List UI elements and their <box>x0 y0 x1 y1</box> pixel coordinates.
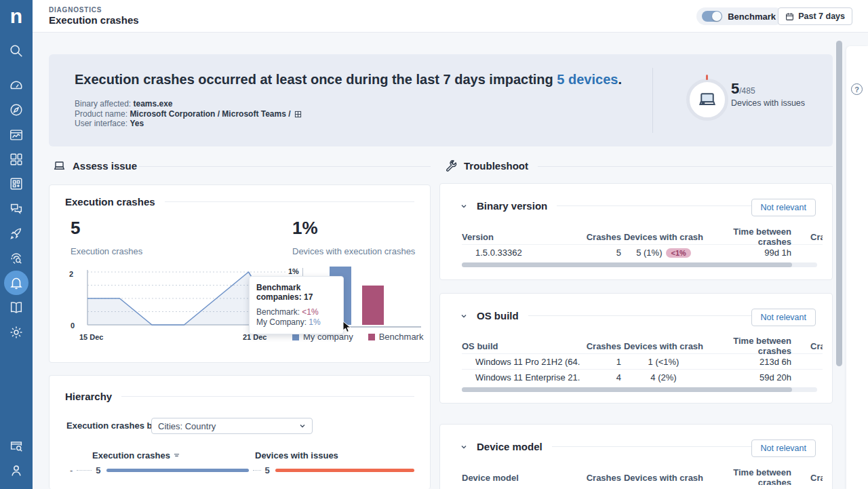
title-rule <box>165 201 414 202</box>
os-build-card: OS build Not relevant OS build Crashes D… <box>439 293 833 404</box>
breadcrumb: DIAGNOSTICS <box>49 6 102 14</box>
col-os-build[interactable]: OS build <box>462 341 580 351</box>
assess-laptop-icon <box>53 159 66 172</box>
col-devices[interactable]: Devices with crash <box>621 473 706 483</box>
gear-icon[interactable] <box>9 325 24 340</box>
devices-kpi-caption: Devices with issues <box>731 98 805 108</box>
help-icon[interactable]: ? <box>851 83 863 95</box>
assess-divider <box>139 166 431 167</box>
window-chart-icon[interactable] <box>9 128 24 142</box>
col-crashes[interactable]: Crashes <box>580 473 621 483</box>
row-devices: 1 (<1%) <box>621 357 706 367</box>
hierarchy-filter-label: Execution crashes by <box>66 420 157 431</box>
devices-donut <box>686 79 728 121</box>
row-crashes: 1 <box>580 357 621 367</box>
pct-badge: <1% <box>666 248 690 258</box>
collapse-chevron-icon[interactable] <box>460 313 467 319</box>
assess-issue-header: Assess issue <box>53 159 137 172</box>
row-name: 1.5.0.33362 <box>462 248 580 258</box>
execution-crashes-dashboard: DIAGNOSTICS Execution crashes Benchmark … <box>0 0 868 489</box>
donut-alert-tick <box>706 75 708 80</box>
leader-dots <box>253 470 261 471</box>
layout-grid-icon[interactable] <box>9 152 24 167</box>
tooltip-benchmark-row: Benchmark: <1% <box>256 307 336 317</box>
horizontal-scrollbar[interactable] <box>462 262 817 267</box>
col-crash-truncated[interactable]: Cras <box>801 473 823 483</box>
not-relevant-button[interactable]: Not relevant <box>751 199 816 216</box>
col-devices[interactable]: Devices with crash <box>621 341 706 351</box>
search-icon[interactable] <box>9 43 24 58</box>
not-relevant-button[interactable]: Not relevant <box>751 309 816 326</box>
title-rule <box>121 396 414 397</box>
troubleshoot-header: Troubleshoot <box>444 159 528 172</box>
compass-icon[interactable] <box>9 102 24 117</box>
devices-pct-kpi-caption: Devices with execution crashes <box>292 246 415 256</box>
chevron-down-icon <box>299 423 306 429</box>
col-time[interactable]: Time between crashes <box>706 467 801 485</box>
rocket-icon[interactable] <box>9 226 24 241</box>
fingerprint-search-icon[interactable] <box>9 251 24 266</box>
banner-divider <box>652 68 653 133</box>
date-range-label: Past 7 days <box>798 12 845 21</box>
col-time[interactable]: Time between crashes <box>706 336 801 356</box>
hierarchy-dropdown-value: Cities: Country <box>158 421 216 431</box>
date-range-button[interactable]: Past 7 days <box>778 7 852 25</box>
table-header-row: Version Crashes Devices with crash Time … <box>462 227 823 244</box>
legend-benchmark: Benchmark <box>368 332 424 342</box>
legend-swatch-maroon <box>368 334 375 340</box>
device-model-card: Device model Not relevant Device model C… <box>439 424 833 489</box>
hierarchy-col-crashes[interactable]: Execution crashes <box>92 450 180 461</box>
nexthink-logo[interactable]: n <box>0 0 33 33</box>
app-grid-icon[interactable] <box>9 176 24 191</box>
col-device-model[interactable]: Device model <box>462 473 580 483</box>
hierarchy-col-devices[interactable]: Devices with issues <box>255 450 338 461</box>
chart-tooltip: Benchmark companies: 17 Benchmark: <1% M… <box>249 276 344 334</box>
title-rule <box>557 206 757 206</box>
line-ytick-bottom: 0 <box>71 321 75 330</box>
window-search-icon[interactable] <box>9 439 24 454</box>
book-icon[interactable] <box>9 300 24 315</box>
col-crashes[interactable]: Crashes <box>580 341 621 351</box>
col-crash-truncated[interactable]: Crash <box>801 232 823 242</box>
devices-link[interactable]: 5 devices <box>557 72 618 87</box>
benchmark-toggle[interactable]: Benchmark <box>696 7 784 25</box>
crashes-kpi-caption: Execution crashes <box>71 246 142 256</box>
leader-dots <box>77 470 92 471</box>
chat-icon[interactable] <box>9 201 24 216</box>
col-version[interactable]: Version <box>462 232 580 242</box>
col-time[interactable]: Time between crashes <box>706 227 801 247</box>
sort-icon[interactable] <box>174 452 180 458</box>
gauge-icon[interactable] <box>9 78 24 93</box>
not-relevant-button[interactable]: Not relevant <box>751 439 816 457</box>
binary-version-table: Version Crashes Devices with crash Time … <box>462 227 823 260</box>
banner-meta: Binary affected: teams.exe Product name:… <box>75 99 302 129</box>
col-crashes[interactable]: Crashes <box>580 232 621 242</box>
col-devices[interactable]: Devices with crash <box>621 232 706 242</box>
bell-icon[interactable] <box>9 275 24 290</box>
legend-swatch-blue <box>292 334 299 340</box>
collapse-chevron-icon[interactable] <box>460 203 467 210</box>
table-body: Windows 11 Pro 21H2 (64...11 (<1%)213d 6… <box>462 353 823 385</box>
person-icon[interactable] <box>9 463 24 478</box>
banner-title-period: . <box>618 72 622 87</box>
table-grid-icon[interactable] <box>294 111 302 118</box>
banner-title: Execution crashes occurred at least once… <box>75 72 622 87</box>
row-name: Windows 11 Enterprise 21... <box>462 372 580 383</box>
row-devices: 5 (1%)<1% <box>621 248 706 258</box>
collapse-chevron-icon[interactable] <box>460 444 467 450</box>
hierarchy-row[interactable]: - 5 5 <box>70 465 417 475</box>
os-build-title: OS build <box>477 310 519 321</box>
table-row[interactable]: Windows 11 Enterprise 21...44 (2%)59d 20… <box>462 369 823 385</box>
troubleshoot-title: Troubleshoot <box>464 160 528 172</box>
col-crash-truncated[interactable]: Crash <box>801 341 823 351</box>
os-build-table: OS build Crashes Devices with crash Time… <box>462 336 823 385</box>
bar-benchmark[interactable] <box>362 286 384 325</box>
toggle-track-icon[interactable] <box>702 11 722 22</box>
horizontal-scrollbar[interactable] <box>462 387 817 392</box>
row-time: 99d 1h <box>706 248 801 258</box>
table-header-row: Device model Crashes Devices with crash … <box>462 467 823 485</box>
troubleshoot-divider <box>538 166 833 167</box>
vertical-scrollbar[interactable] <box>836 41 842 366</box>
hierarchy-dropdown[interactable]: Cities: Country <box>151 418 313 434</box>
crashes-bar <box>106 469 249 472</box>
